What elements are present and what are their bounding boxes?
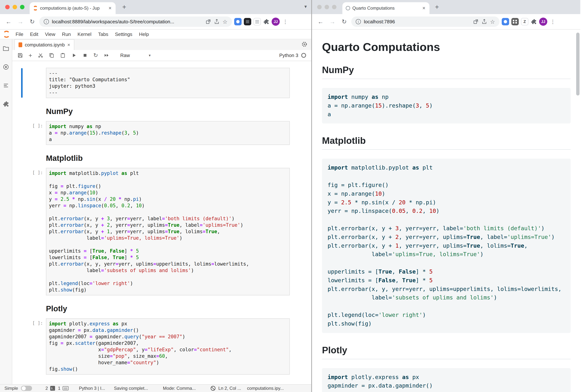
raw-cell-editor[interactable]: ---title: "Quarto Computations"jupyter: … bbox=[46, 68, 290, 98]
notebook-tab-title: computations.ipynb bbox=[25, 42, 65, 48]
markdown-heading-numpy: NumPy bbox=[46, 107, 311, 116]
page-scrollbar[interactable] bbox=[576, 32, 580, 95]
menu-file[interactable]: File bbox=[12, 31, 27, 37]
zoom-window-button[interactable] bbox=[332, 5, 336, 9]
restart-run-all-icon[interactable] bbox=[104, 53, 110, 58]
extension-icon-1[interactable] bbox=[234, 18, 242, 25]
open-in-new-icon[interactable] bbox=[206, 19, 211, 24]
kernel-status-text[interactable]: Python 3 | I... bbox=[79, 386, 105, 391]
forward-button[interactable]: → bbox=[328, 18, 337, 25]
back-button[interactable]: ← bbox=[316, 18, 325, 25]
close-tab-icon[interactable]: × bbox=[108, 5, 112, 11]
browser-menu-icon[interactable]: ⋮ bbox=[550, 19, 556, 25]
cursor-position[interactable]: Ln 2, Col ... bbox=[218, 386, 241, 391]
new-tab-button[interactable]: + bbox=[435, 3, 439, 11]
minimize-window-button[interactable] bbox=[324, 5, 329, 9]
kernel-indicator[interactable]: Python 3 bbox=[279, 53, 306, 58]
notebook-toolbar: + ↻ bbox=[12, 50, 311, 61]
menu-view[interactable]: View bbox=[42, 31, 59, 37]
restart-kernel-icon[interactable]: ↻ bbox=[94, 52, 98, 58]
status-filename: computations.ipy... bbox=[247, 386, 284, 391]
chevron-down-icon: ▾ bbox=[149, 53, 150, 58]
close-window-button[interactable] bbox=[317, 5, 322, 9]
save-icon[interactable] bbox=[18, 53, 23, 58]
menu-edit[interactable]: Edit bbox=[27, 31, 42, 37]
globe-favicon-icon bbox=[346, 6, 350, 10]
code-cell-editor[interactable]: import plotly.express as pxgapminder = p… bbox=[46, 318, 290, 375]
reload-button[interactable]: ↻ bbox=[28, 18, 37, 25]
browser-tab[interactable]: Quarto Computations × bbox=[342, 2, 430, 14]
forward-button[interactable]: → bbox=[16, 18, 25, 25]
address-bar[interactable]: i localhost:8889/lab/workspaces/auto-S/t… bbox=[39, 16, 232, 27]
browser-tab[interactable]: computations.ip (auto-S) - Jup × bbox=[30, 2, 116, 14]
terminal-count[interactable]: 2 bbox=[46, 386, 48, 391]
menu-settings[interactable]: Settings bbox=[112, 31, 136, 37]
site-info-icon[interactable]: i bbox=[356, 19, 361, 24]
run-cell-icon[interactable] bbox=[71, 53, 77, 58]
extensions-puzzle-icon[interactable] bbox=[530, 18, 537, 25]
dock-panel: computations.ipynb × + bbox=[12, 39, 311, 384]
insert-cell-icon[interactable]: + bbox=[28, 52, 32, 58]
site-info-icon[interactable]: i bbox=[44, 19, 49, 24]
keyboard-icon bbox=[62, 386, 68, 390]
paste-cell-icon[interactable] bbox=[60, 53, 66, 58]
close-tab-icon[interactable]: × bbox=[422, 5, 426, 11]
extension-icon-2[interactable] bbox=[244, 18, 251, 25]
menu-kernel[interactable]: Kernel bbox=[74, 31, 95, 37]
menu-help[interactable]: Help bbox=[136, 31, 152, 37]
notebook-scroll-area[interactable]: ---title: "Quarto Computations"jupyter: … bbox=[12, 61, 311, 384]
active-cell-collapser[interactable] bbox=[21, 68, 22, 98]
quarto-browser-window: Quarto Computations × + ← → ↻ i localhos… bbox=[312, 0, 580, 392]
left-browser-toolbar: ← → ↻ i localhost:8889/lab/workspaces/au… bbox=[0, 14, 311, 30]
close-window-button[interactable] bbox=[5, 5, 10, 9]
new-tab-button[interactable]: + bbox=[122, 3, 126, 11]
share-icon[interactable] bbox=[482, 19, 487, 24]
stop-kernel-icon[interactable] bbox=[82, 53, 88, 58]
mode-indicator: Mode: Comma... bbox=[163, 386, 196, 391]
code-cell-editor[interactable]: import numpy as npa = np.arange(15).resh… bbox=[46, 121, 290, 145]
extensions-puzzle-icon[interactable] bbox=[263, 18, 270, 25]
minimize-window-button[interactable] bbox=[12, 5, 17, 9]
open-in-new-icon[interactable] bbox=[473, 19, 478, 24]
url-text: localhost:7896 bbox=[364, 19, 470, 25]
copy-cell-icon[interactable] bbox=[49, 53, 54, 58]
code-cell-numpy[interactable]: [ ]: import numpy as npa = np.arange(15)… bbox=[46, 121, 290, 145]
extension-icon-2[interactable] bbox=[511, 18, 519, 25]
bookmark-star-icon[interactable]: ☆ bbox=[222, 18, 228, 25]
page-title: Quarto Computations bbox=[322, 40, 570, 53]
code-cell-plotly[interactable]: [ ]: import plotly.express as pxgapminde… bbox=[46, 318, 290, 375]
gear-icon[interactable] bbox=[301, 41, 308, 47]
running-sessions-icon[interactable] bbox=[2, 64, 9, 70]
simple-mode-toggle[interactable] bbox=[21, 386, 32, 391]
jupyter-logo bbox=[3, 31, 10, 38]
address-bar[interactable]: i localhost:7896 ☆ bbox=[351, 16, 500, 27]
extension-icon-1[interactable] bbox=[502, 18, 509, 25]
extension-icon-3[interactable]: Z bbox=[521, 18, 528, 25]
extension-icon-3[interactable] bbox=[254, 18, 261, 25]
tab-search-chevron-icon[interactable]: ▾ bbox=[304, 4, 307, 9]
cell-type-dropdown[interactable]: Raw ▾ bbox=[120, 53, 150, 58]
file-browser-icon[interactable] bbox=[2, 45, 9, 52]
close-notebook-icon[interactable]: × bbox=[67, 42, 70, 48]
right-browser-toolbar: ← → ↻ i localhost:7896 ☆ Z JJ ⋮ bbox=[312, 14, 580, 30]
url-text: localhost:8889/lab/workspaces/auto-S/tre… bbox=[52, 19, 202, 25]
code-cell-matplotlib[interactable]: [ ]: import matplotlib.pyplot as plt fig… bbox=[46, 168, 290, 295]
browser-menu-icon[interactable]: ⋮ bbox=[282, 19, 289, 25]
code-cell-editor[interactable]: import matplotlib.pyplot as plt fig = pl… bbox=[46, 168, 290, 295]
notification-slash-icon[interactable] bbox=[211, 386, 216, 391]
menu-tabs[interactable]: Tabs bbox=[95, 31, 112, 37]
extension-manager-icon[interactable] bbox=[2, 101, 9, 107]
notebook-tab[interactable]: computations.ipynb × bbox=[14, 39, 74, 50]
cut-cell-icon[interactable] bbox=[38, 53, 43, 58]
share-icon[interactable] bbox=[214, 19, 220, 24]
menu-run[interactable]: Run bbox=[59, 31, 74, 37]
raw-cell[interactable]: ---title: "Quarto Computations"jupyter: … bbox=[46, 68, 290, 98]
reload-button[interactable]: ↻ bbox=[340, 18, 349, 25]
bookmark-star-icon[interactable]: ☆ bbox=[490, 18, 495, 25]
zoom-window-button[interactable] bbox=[20, 5, 24, 9]
kernel-count[interactable]: 1 bbox=[58, 386, 60, 391]
profile-avatar[interactable]: JJ bbox=[272, 17, 280, 26]
back-button[interactable]: ← bbox=[4, 18, 13, 25]
table-of-contents-icon[interactable] bbox=[2, 82, 9, 89]
profile-avatar[interactable]: JJ bbox=[539, 17, 547, 26]
